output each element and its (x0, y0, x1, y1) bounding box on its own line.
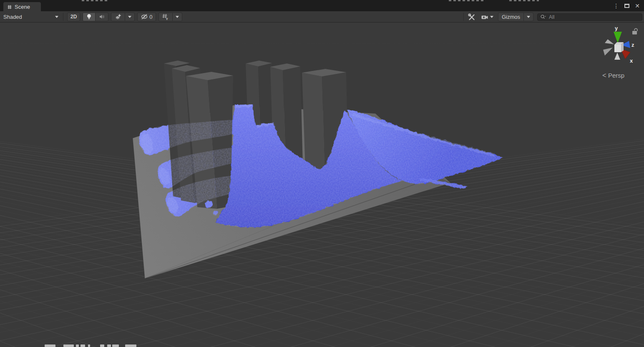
clipped-tab-sliver (449, 0, 486, 1)
separator (463, 13, 464, 21)
separator (63, 13, 63, 21)
scene-camera-button[interactable] (478, 13, 496, 21)
gizmo-z-label: z (631, 42, 634, 48)
grid-axis-icon: Y (162, 13, 169, 20)
close-icon[interactable]: ✕ (635, 3, 640, 9)
audio-toggle-button[interactable] (95, 13, 108, 21)
effects-toggle-button[interactable] (111, 13, 125, 21)
lightbulb-icon (86, 13, 92, 20)
chevron-down-icon (527, 16, 530, 18)
toggle-2d-button[interactable]: 2D (68, 13, 80, 21)
eye-slash-icon (141, 13, 148, 20)
draw-mode-dropdown[interactable]: Shaded (0, 13, 62, 21)
hidden-objects-button[interactable]: 0 (138, 13, 155, 21)
scene-lighting-button[interactable] (83, 13, 95, 21)
effects-dropdown[interactable] (125, 13, 134, 21)
scene-search-box (537, 13, 642, 21)
grid-visibility-button[interactable]: Y (159, 13, 172, 21)
gizmo-x-label: x (630, 58, 633, 64)
tab-scene-label: Scene (15, 4, 30, 10)
clipped-tab-sliver (509, 0, 539, 1)
speaker-icon (98, 13, 105, 20)
camera-icon (481, 14, 488, 20)
tab-scene[interactable]: Scene (3, 2, 41, 12)
gizmos-label: Gizmos (498, 14, 523, 20)
grid-axis-letter: Y (166, 17, 168, 20)
grid-dropdown[interactable] (172, 13, 182, 21)
viewport: y z x < Persp (0, 23, 644, 347)
unity-scene-view-window: Scene ⋮ ✕ Shaded 2D (0, 0, 644, 347)
toggle-2d-label: 2D (70, 14, 77, 20)
gizmos-dropdown[interactable]: Gizmos (498, 13, 533, 21)
chevron-down-icon (176, 16, 179, 18)
projection-toggle[interactable]: Persp (608, 72, 624, 79)
component-tools-button[interactable] (465, 13, 478, 21)
gizmo-cube-face[interactable] (614, 45, 621, 52)
projection-arrow-icon: < (602, 72, 606, 79)
search-icon (540, 14, 546, 20)
grid-icon (7, 5, 12, 10)
scene-toolbar: Shaded 2D (0, 11, 644, 23)
kebab-menu-icon[interactable]: ⋮ (613, 3, 619, 9)
tab-bar: Scene ⋮ ✕ (0, 0, 644, 11)
draw-mode-label: Shaded (3, 14, 22, 20)
chevron-down-icon (128, 16, 131, 18)
chevron-down-icon (55, 16, 58, 18)
scene-3d-canvas[interactable]: y z x < Persp (0, 23, 644, 347)
effects-sparkle-icon (114, 13, 122, 20)
clipped-tab-sliver (82, 0, 109, 1)
gizmo-y-label: y (615, 25, 618, 31)
chevron-down-icon (490, 16, 493, 18)
search-input[interactable] (548, 14, 639, 20)
toolbar-right-cluster: Gizmos (462, 13, 642, 21)
hidden-objects-count: 0 (149, 14, 152, 20)
maximize-icon[interactable] (624, 4, 629, 8)
window-controls: ⋮ ✕ (613, 2, 640, 10)
wrench-screwdriver-icon (468, 13, 476, 21)
